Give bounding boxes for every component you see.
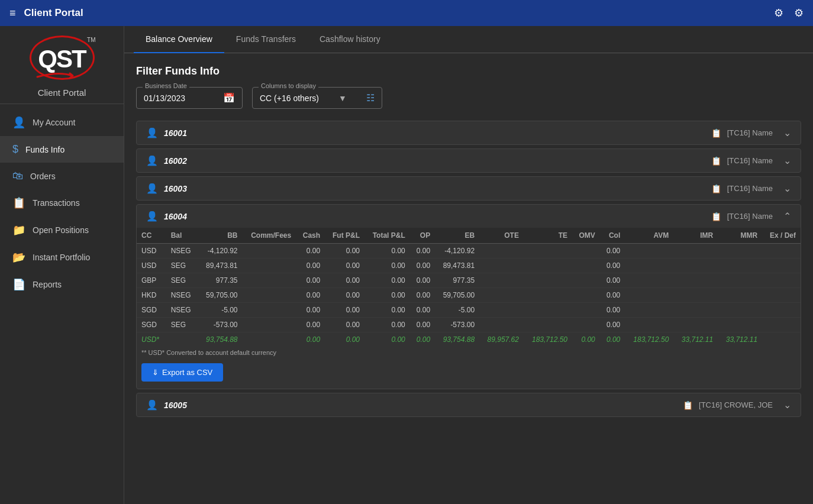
cell-cc: USD: [137, 244, 166, 259]
cell-ote: [479, 273, 524, 288]
account-row-16004: 👤 16004 📋 [TC16] Name ⌃ CC: [136, 204, 801, 389]
sidebar-item-funds-info[interactable]: $ Funds Info: [0, 136, 124, 163]
columns-display-field[interactable]: Columns to display CC (+16 others) ▼ ☷: [252, 87, 382, 109]
sidebar-item-label: Orders: [30, 172, 56, 181]
tab-funds-transfers[interactable]: Funds Transfers: [224, 26, 308, 53]
cell-cash-total: 0.00: [296, 332, 325, 347]
app-title: Client Portal: [24, 7, 774, 19]
cell-cash: 0.00: [296, 244, 325, 259]
cell-totalpl-total: 0.00: [364, 332, 410, 347]
sidebar-logo: TM QST Client Portal: [0, 26, 124, 104]
account-row-16003: 👤 16003 📋 [TC16] Name ⌄: [136, 176, 801, 201]
cell-bal: SEG: [166, 273, 198, 288]
chevron-down-icon-16001[interactable]: ⌄: [783, 127, 791, 138]
sidebar-item-orders[interactable]: 🛍 Orders: [0, 163, 124, 189]
report-icon-16005: 📋: [683, 400, 693, 410]
cell-imr: [673, 244, 718, 259]
acc-right-16003: 📋 [TC16] Name ⌄: [711, 183, 791, 194]
sidebar-item-label: Funds Info: [25, 145, 64, 154]
cell-cash: 0.00: [296, 303, 325, 318]
tab-balance-overview[interactable]: Balance Overview: [134, 26, 224, 53]
account-person-icon-16002: 👤: [146, 155, 158, 166]
cell-eb: -4,120.92: [435, 244, 479, 259]
sidebar-item-transactions[interactable]: 📋 Transactions: [0, 189, 124, 217]
cell-imr: [673, 288, 718, 303]
report-icon-16003: 📋: [711, 184, 721, 193]
cell-avm: [625, 273, 673, 288]
my-account-icon: 👤: [12, 116, 25, 129]
portal-name: Client Portal: [38, 88, 86, 98]
account-table-wrapper-16004: CC Bal BB Comm/Fees Cash Fut P&L Total P…: [137, 228, 801, 389]
sidebar: TM QST Client Portal 👤 My Account $ Fund…: [0, 26, 124, 504]
cell-omv: [572, 259, 600, 273]
cell-col: 0.00: [600, 259, 625, 273]
acc-right-16001: 📋 [TC16] Name ⌄: [711, 127, 791, 138]
chevron-down-icon-16005[interactable]: ⌄: [783, 399, 791, 411]
sidebar-item-my-account[interactable]: 👤 My Account: [0, 109, 124, 136]
settings2-icon[interactable]: ⚙: [794, 7, 804, 20]
cell-op: 0.00: [410, 259, 435, 273]
cell-totalpl: 0.00: [364, 288, 410, 303]
account-person-icon-16001: 👤: [146, 127, 158, 138]
account-header-16002[interactable]: 👤 16002 📋 [TC16] Name ⌄: [137, 149, 801, 172]
account-header-16004[interactable]: 👤 16004 📋 [TC16] Name ⌃: [137, 205, 801, 228]
cell-omv: [572, 273, 600, 288]
logo-text: QST: [38, 45, 85, 73]
sidebar-item-open-positions[interactable]: 📁 Open Positions: [0, 217, 124, 244]
calendar-icon[interactable]: 📅: [223, 92, 235, 104]
account-name-16001: [TC16] Name: [727, 128, 773, 137]
filter-title: Filter Funds Info: [136, 65, 801, 77]
menu-icon[interactable]: ≡: [9, 7, 16, 20]
chevron-down-icon-16002[interactable]: ⌄: [783, 155, 791, 166]
columns-icon[interactable]: ☷: [366, 92, 375, 104]
account-id-16002: 16002: [164, 156, 187, 166]
acc-left-16001: 👤 16001: [146, 127, 711, 138]
cell-totalpl: 0.00: [364, 273, 410, 288]
report-icon-16001: 📋: [711, 128, 721, 138]
cell-bb: -573.00: [198, 318, 243, 332]
chevron-up-icon-16004[interactable]: ⌃: [783, 211, 791, 222]
cell-imr: [673, 259, 718, 273]
account-header-16001[interactable]: 👤 16001 📋 [TC16] Name ⌄: [137, 121, 801, 144]
cell-cc: USD: [137, 259, 166, 273]
cell-eb: 59,705.00: [435, 288, 479, 303]
sidebar-item-reports[interactable]: 📄 Reports: [0, 271, 124, 298]
table-row: USD NSEG -4,120.92 0.00 0.00 0.00 0.00 -…: [137, 244, 801, 259]
col-header-col: Col: [600, 228, 625, 244]
cell-col: 0.00: [600, 244, 625, 259]
cell-avm: [625, 288, 673, 303]
cell-te: [524, 288, 572, 303]
export-csv-button[interactable]: ⇓ Export as CSV: [141, 363, 223, 382]
cell-totalpl: 0.00: [364, 259, 410, 273]
tabs: Balance Overview Funds Transfers Cashflo…: [124, 26, 813, 53]
cell-eb: -573.00: [435, 318, 479, 332]
cell-cash: 0.00: [296, 273, 325, 288]
table-row: SGD SEG -573.00 0.00 0.00 0.00 0.00 -573…: [137, 318, 801, 332]
table-row: HKD NSEG 59,705.00 0.00 0.00 0.00 0.00 5…: [137, 288, 801, 303]
tab-cashflow-history[interactable]: Cashflow history: [308, 26, 392, 53]
cell-ote: [479, 288, 524, 303]
report-icon-16002: 📋: [711, 156, 721, 166]
cell-ote: [479, 259, 524, 273]
acc-right-16005: 📋 [TC16] CROWE, JOE ⌄: [683, 399, 791, 411]
dropdown-icon[interactable]: ▼: [338, 93, 347, 103]
chevron-down-icon-16003[interactable]: ⌄: [783, 183, 791, 194]
settings1-icon[interactable]: ⚙: [774, 7, 783, 20]
cell-ote: [479, 318, 524, 332]
sidebar-item-label: Open Positions: [33, 225, 89, 235]
sidebar-item-label: Reports: [33, 280, 62, 289]
col-header-commfees: Comm/Fees: [243, 228, 296, 244]
cell-imr-total: 33,712.11: [673, 332, 718, 347]
cell-exdef: [762, 318, 801, 332]
cell-exdef: [762, 273, 801, 288]
cell-te: [524, 318, 572, 332]
account-row-16005: 👤 16005 📋 [TC16] CROWE, JOE ⌄: [136, 393, 801, 417]
cell-avm: [625, 303, 673, 318]
sidebar-item-instant-portfolio[interactable]: 📂 Instant Portfolio: [0, 244, 124, 271]
account-table-16004: CC Bal BB Comm/Fees Cash Fut P&L Total P…: [137, 228, 801, 347]
filter-section: Filter Funds Info Business Date 01/13/20…: [136, 65, 801, 109]
cell-te: [524, 259, 572, 273]
account-header-16005[interactable]: 👤 16005 📋 [TC16] CROWE, JOE ⌄: [137, 393, 801, 416]
account-header-16003[interactable]: 👤 16003 📋 [TC16] Name ⌄: [137, 177, 801, 200]
business-date-field[interactable]: Business Date 01/13/2023 📅: [136, 87, 243, 109]
